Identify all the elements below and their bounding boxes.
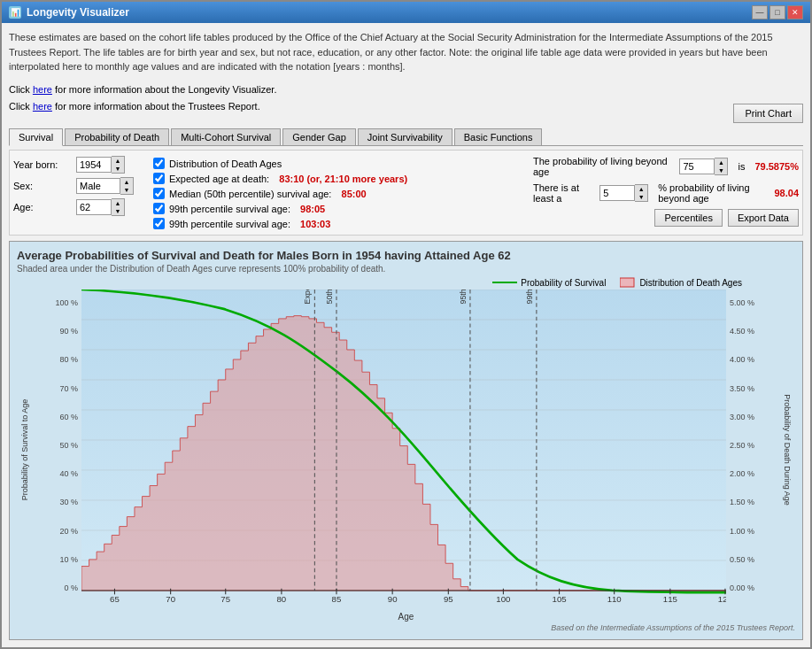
- left-controls: Year born: ▲ ▼ Sex: ▲: [13, 156, 146, 229]
- y-left-ticks: 100 % 90 % 80 % 70 % 60 % 50 % 40 % 30 %…: [33, 290, 81, 610]
- chart-legend: Probability of Survival Distribution of …: [17, 277, 795, 288]
- rtick-050: 0.50 %: [730, 555, 754, 564]
- prob-label-3: There is at least a: [533, 182, 590, 204]
- prob-age-input[interactable]: [679, 158, 715, 174]
- tick-30: 30 %: [59, 498, 78, 506]
- y-right-ticks: 5.00 % 4.50 % 4.00 % 3.50 % 3.00 % 2.50 …: [726, 290, 779, 610]
- age-up[interactable]: ▲: [112, 199, 124, 207]
- svg-text:80: 80: [277, 594, 287, 604]
- tab-joint-survivability[interactable]: Joint Survivability: [358, 128, 452, 145]
- right-controls: The probability of living beyond age ▲ ▼…: [533, 156, 799, 229]
- rtick-000: 0.00 %: [730, 583, 754, 592]
- median-value: 85:00: [342, 189, 367, 199]
- close-button[interactable]: ✕: [787, 5, 803, 19]
- sex-up[interactable]: ▲: [120, 178, 133, 186]
- chart-container: Average Probabilities of Survival and De…: [9, 241, 803, 640]
- svg-text:105: 105: [553, 594, 568, 604]
- tick-50: 50 %: [59, 441, 78, 450]
- tab-multi-cohort-survival[interactable]: Multi-Cohort Survival: [171, 128, 281, 145]
- export-data-button[interactable]: Export Data: [728, 209, 799, 227]
- year-born-input[interactable]: [76, 157, 112, 173]
- sex-down[interactable]: ▼: [120, 186, 133, 194]
- tick-60: 60 %: [59, 413, 78, 421]
- print-chart-button[interactable]: Print Chart: [733, 104, 803, 123]
- vline-99th-label: 99th: [525, 290, 534, 304]
- tab-gender-gap[interactable]: Gender Gap: [282, 128, 356, 145]
- svg-text:110: 110: [607, 594, 623, 604]
- legend-death: Distribution of Death Ages: [620, 277, 742, 288]
- chart-title: Average Probabilities of Survival and De…: [17, 249, 795, 262]
- year-born-up[interactable]: ▲: [112, 157, 124, 165]
- vline-50th-label: 50th: [325, 290, 334, 304]
- rtick-200: 2.00 %: [730, 469, 754, 478]
- prob-row-1: The probability of living beyond age ▲ ▼…: [533, 156, 799, 177]
- maximize-button[interactable]: □: [769, 5, 785, 19]
- prob-pct-input[interactable]: [599, 185, 635, 201]
- legend-survival: Probability of Survival: [492, 277, 606, 288]
- year-born-label: Year born:: [13, 159, 71, 170]
- prob-beyond-value: 98.04: [774, 188, 799, 198]
- age-buttons: ▲ ▼: [112, 198, 125, 216]
- main-content: These estimates are based on the cohort …: [2, 23, 810, 647]
- sex-label: Sex:: [13, 181, 71, 191]
- legend-survival-icon: [492, 278, 517, 287]
- checkbox-distribution-label: Distribution of Death Ages: [169, 158, 282, 169]
- svg-chart-container: Expected 50th 95th 99th 65: [81, 290, 726, 610]
- tab-bar: Survival Probability of Death Multi-Coho…: [9, 128, 803, 146]
- window-title: Longevity Visualizer: [27, 6, 129, 19]
- tick-80: 80 %: [59, 355, 78, 364]
- top-row: Click here for more information about th…: [9, 81, 803, 124]
- checkbox-distribution-input[interactable]: [153, 158, 165, 169]
- checkbox-expected-label: Expected age at death:: [169, 174, 275, 184]
- checkbox-99th-input[interactable]: [153, 203, 165, 214]
- svg-text:100: 100: [496, 594, 511, 604]
- rtick-300: 3.00 %: [730, 413, 754, 421]
- year-born-down[interactable]: ▼: [112, 165, 124, 173]
- y-right-axis-container: Probability of Death During Age: [779, 290, 795, 610]
- chart-footer: Based on the Intermediate Assumptions of…: [17, 623, 795, 632]
- svg-text:90: 90: [388, 594, 398, 604]
- tab-survival[interactable]: Survival: [9, 128, 63, 146]
- svg-text:85: 85: [332, 594, 342, 604]
- sex-input[interactable]: [76, 178, 120, 194]
- titlebar-left: 📊 Longevity Visualizer: [9, 6, 129, 19]
- age-input[interactable]: [76, 199, 112, 215]
- prob-age-up[interactable]: ▲: [715, 158, 727, 166]
- legend-death-icon: [620, 277, 636, 288]
- svg-rect-1: [620, 278, 634, 287]
- vline-95th-label: 95th: [459, 290, 468, 304]
- app-icon: 📊: [9, 6, 21, 19]
- trustees-link[interactable]: here: [33, 101, 52, 112]
- prob-pct-up[interactable]: ▲: [635, 185, 647, 193]
- prob-pct-down[interactable]: ▼: [635, 193, 647, 201]
- tab-probability-of-death[interactable]: Probability of Death: [65, 128, 169, 145]
- action-buttons: Percentiles Export Data: [533, 209, 799, 227]
- checkbox-99th-b-input[interactable]: [153, 218, 165, 229]
- rtick-350: 3.50 %: [730, 384, 754, 393]
- info-text: These estimates are based on the cohort …: [9, 30, 803, 74]
- checkbox-99th-label: 99th percentile survival age:: [169, 204, 296, 214]
- svg-text:95: 95: [444, 594, 453, 604]
- minimize-button[interactable]: —: [752, 5, 768, 19]
- tick-40: 40 %: [59, 469, 78, 478]
- chart-subtitle: Shaded area under the Distribution of De…: [17, 264, 795, 274]
- prob-age-down[interactable]: ▼: [715, 166, 727, 174]
- y-left-axis-container: Probability of Survival to Age: [17, 290, 33, 610]
- y-left-axis-label: Probability of Survival to Age: [20, 399, 29, 501]
- checkbox-expected-input[interactable]: [153, 173, 165, 184]
- age-down[interactable]: ▼: [112, 207, 124, 215]
- titlebar: 📊 Longevity Visualizer — □ ✕: [2, 2, 810, 23]
- rtick-400: 4.00 %: [730, 355, 754, 364]
- tab-basic-functions[interactable]: Basic Functions: [454, 128, 543, 145]
- checkbox-median-input[interactable]: [153, 188, 165, 199]
- prob-pct-buttons: ▲ ▼: [635, 184, 648, 202]
- legend-survival-label: Probability of Survival: [521, 278, 606, 288]
- percentiles-button[interactable]: Percentiles: [654, 209, 722, 227]
- longevity-link[interactable]: here: [33, 84, 52, 95]
- checkbox-median-label: Median (50th percentile) survival age:: [169, 189, 337, 199]
- svg-text:115: 115: [663, 594, 678, 604]
- rtick-250: 2.50 %: [730, 441, 754, 450]
- y-right-axis-label: Probability of Death During Age: [783, 394, 792, 506]
- prob-age-buttons: ▲ ▼: [715, 158, 728, 175]
- checkbox-99th: 99th percentile survival age: 98:05: [153, 203, 526, 214]
